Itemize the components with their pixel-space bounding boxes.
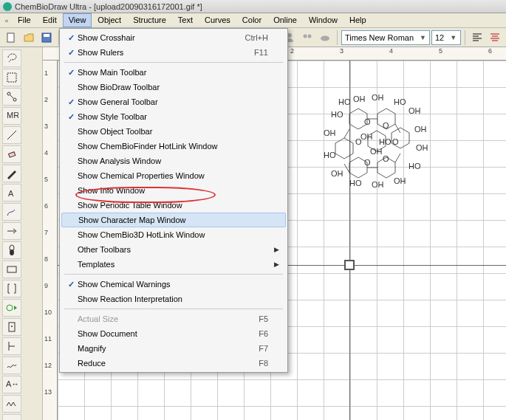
menu-item-show-chemical-warnings[interactable]: ✓Show Chemical Warnings [61,277,286,292]
draw-tool[interactable] [2,203,21,221]
menu-item-show-biodraw-toolbar[interactable]: Show BioDraw Toolbar [61,80,286,94]
check-icon: ✓ [64,97,78,107]
arrow2-tool[interactable] [2,414,21,420]
svg-text:HO: HO [338,97,351,106]
menu-view[interactable]: View [63,13,92,27]
menu-item-label: Show BioDraw Toolbar [78,83,268,92]
align-left-button[interactable] [469,30,485,46]
svg-rect-18 [7,266,16,272]
template-tool[interactable] [2,337,21,355]
menu-item-label: Show Chemical Properties Window [78,171,268,180]
menu-item-show-chembiofinder-hotlink-window[interactable]: Show ChemBioFinder HotLink Window [61,139,286,154]
menu-file[interactable]: File [12,13,37,27]
align-center-button[interactable] [487,30,503,46]
svg-rect-0 [7,33,14,42]
menu-item-show-document[interactable]: Show DocumentF6 [61,326,286,341]
bracket-tool[interactable] [2,280,21,297]
svg-text:HO: HO [324,151,336,159]
svg-point-4 [303,34,307,38]
open-button[interactable] [21,30,37,46]
reaction-tool[interactable] [2,299,21,317]
menu-item-label: Show Chemical Warnings [78,280,268,289]
menu-item-actual-size[interactable]: Actual SizeF5 [61,311,286,326]
menu-help[interactable]: Help [343,13,372,27]
menu-item-show-crosshair[interactable]: ✓Show CrosshairCtrl+H [61,30,286,45]
marquee-tool[interactable] [2,69,21,86]
menu-item-show-general-toolbar[interactable]: ✓Show General Toolbar [61,94,286,109]
ruler-tick: 4 [44,149,48,156]
menu-item-label: Show Rulers [78,48,254,57]
bond-tool[interactable] [2,126,21,144]
svg-rect-2 [44,34,49,37]
tlc-tool[interactable] [2,318,21,336]
new-button[interactable] [3,30,19,46]
svg-text:OH: OH [353,94,366,103]
menu-item-show-main-toolbar[interactable]: ✓Show Main Toolbar [61,65,286,80]
menu-item-show-chemical-properties-window[interactable]: Show Chemical Properties Window [61,168,286,183]
svg-text:HO: HO [394,97,406,106]
selection-handle[interactable] [344,260,355,270]
menu-online[interactable]: Online [267,13,303,27]
view-menu-dropdown: ✓Show CrosshairCtrl+H✓Show RulersF11✓Sho… [59,28,288,373]
orbital-tool[interactable] [2,241,21,259]
svg-point-9 [13,98,16,101]
menu-item-reduce[interactable]: ReduceF8 [61,356,286,371]
shape-tool[interactable] [2,261,21,278]
menu-text[interactable]: Text [172,13,199,27]
acyclic-tool[interactable]: A↔A [2,376,21,393]
menu-structure[interactable]: Structure [127,13,172,27]
svg-text:HO: HO [379,137,392,146]
pen-tool[interactable] [2,165,21,182]
menu-item-label: Show Reaction Interpretation [78,295,268,303]
menu-item-label: Show Character Map Window [78,216,267,224]
doc-icon: ▫ [1,13,12,27]
ruler-tick: 6 [488,47,492,55]
menu-object[interactable]: Object [92,13,127,27]
menu-item-show-info-window[interactable]: Show Info Window [61,183,286,198]
menu-item-show-reaction-interpretation[interactable]: Show Reaction Interpretation [61,292,286,306]
menu-item-show-periodic-table-window[interactable]: Show Periodic Table Window [61,198,286,213]
menu-item-magnify[interactable]: MagnifyF7 [61,341,286,356]
font-size-select[interactable]: 12▼ [431,30,461,45]
text-tool[interactable]: A [2,184,21,202]
menu-window[interactable]: Window [303,13,343,27]
molecule-structure[interactable]: HOOHOHHOOH OHOHHOOHOH HOOHHOOHHO OOOOOO … [298,92,460,239]
menu-item-label: Show Info Window [78,186,268,195]
menu-edit[interactable]: Edit [37,13,63,27]
svg-text:HO: HO [331,110,343,119]
menu-item-show-chembio3d-hotlink-window[interactable]: Show ChemBio3D HotLink Window [61,227,286,242]
main-tool-palette: MR A A↔A [0,47,43,420]
svg-text:HO: HO [349,179,362,187]
wavy-bond-tool[interactable] [2,357,21,374]
menu-separator [64,309,283,309]
chain-tool[interactable] [2,395,21,413]
svg-text:O: O [364,158,371,167]
svg-point-21 [11,326,13,327]
menu-curves[interactable]: Curves [199,13,236,27]
save-button[interactable] [38,30,55,46]
ruler-tick: 3 [340,47,343,55]
menu-item-label: Actual Size [78,314,259,323]
menu-item-label: Show Document [78,329,259,338]
font-name-select[interactable]: Times New Roman▼ [341,30,430,45]
menu-item-show-character-map-window[interactable]: Show Character Map Window [61,213,286,227]
ruler-tick: 10 [44,309,52,316]
structure-tool[interactable] [2,88,21,106]
menu-item-other-toolbars[interactable]: Other Toolbars▶ [61,242,286,257]
menu-item-show-object-toolbar[interactable]: Show Object Toolbar [61,124,286,139]
arrow-tool[interactable] [2,222,21,240]
menu-item-show-rulers[interactable]: ✓Show RulersF11 [61,45,286,60]
mnova-tool[interactable]: MR [2,107,21,125]
lasso-tool[interactable] [2,49,21,67]
menu-item-templates[interactable]: Templates▶ [61,257,286,272]
menu-item-show-style-toolbar[interactable]: ✓Show Style Toolbar [61,109,286,124]
font-size-value: 12 [435,33,444,42]
eraser-tool[interactable] [2,145,21,163]
ruler-tick: 4 [389,47,393,55]
menu-item-show-analysis-window[interactable]: Show Analysis Window [61,154,286,168]
menu-item-label: Other Toolbars [78,245,268,254]
menu-color[interactable]: Color [236,13,267,27]
group-icon[interactable] [299,30,315,46]
svg-text:OH: OH [324,128,336,137]
cloud-icon[interactable] [317,30,333,46]
